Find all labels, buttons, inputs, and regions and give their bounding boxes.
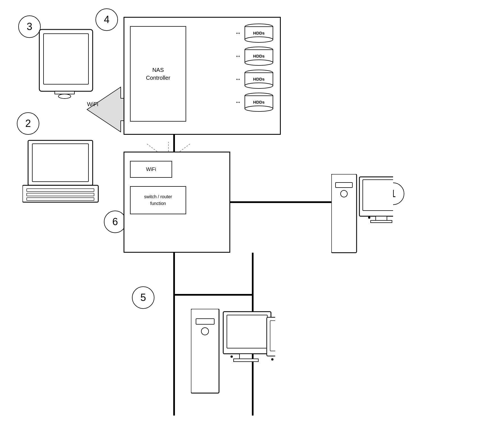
laptop-icon <box>22 138 107 208</box>
svg-text:HDDs: HDDs <box>253 31 265 35</box>
circle-label-4: 4 <box>95 8 118 31</box>
svg-text:HDDs: HDDs <box>253 77 265 81</box>
svg-rect-54 <box>234 359 258 362</box>
nas-controller-label: NAS Controller <box>146 66 170 82</box>
hdd-svg-1: HDDs <box>243 23 274 43</box>
svg-point-16 <box>245 60 273 65</box>
svg-rect-27 <box>44 34 88 84</box>
svg-rect-33 <box>27 189 94 191</box>
svg-point-20 <box>245 83 273 88</box>
svg-line-9 <box>180 143 191 152</box>
hdd-item-2: ↔ HDDs <box>235 46 274 66</box>
hdd-svg-3: HDDs <box>243 69 274 89</box>
switch-router-label: switch / routerfunction <box>144 193 172 207</box>
svg-point-38 <box>341 190 347 197</box>
svg-rect-48 <box>196 319 214 324</box>
svg-rect-40 <box>363 180 393 211</box>
svg-line-7 <box>146 143 157 152</box>
svg-point-52 <box>231 355 233 358</box>
svg-rect-56 <box>270 321 275 351</box>
svg-rect-31 <box>32 144 88 182</box>
hdd-cylinder-2: HDDs <box>243 46 274 66</box>
hdd-svg-4: HDDs <box>243 92 274 112</box>
svg-point-12 <box>245 37 273 42</box>
router-box: WiFi switch / routerfunction <box>124 152 230 253</box>
hdd-cylinder-1: HDDs <box>243 23 274 43</box>
hdd-item-4: ↔ HDDs <box>235 92 274 112</box>
hdd-arrow-4: ↔ <box>235 99 241 106</box>
hdd-arrow-3: ↔ <box>235 76 241 83</box>
svg-rect-53 <box>240 354 252 359</box>
hdd-group: ↔ HDDs ↔ <box>235 23 274 112</box>
svg-rect-37 <box>336 183 352 188</box>
tablet-icon <box>34 27 98 108</box>
hdd-arrow-1: ↔ <box>235 29 241 37</box>
diagram: 1 2 3 4 5 6 NAS Controller ↔ <box>0 0 504 422</box>
hdd-svg-2: HDDs <box>243 46 274 66</box>
svg-point-24 <box>245 106 273 111</box>
svg-point-49 <box>201 328 209 335</box>
hdd-item-3: ↔ HDDs <box>235 69 274 89</box>
svg-point-57 <box>271 358 273 361</box>
svg-rect-29 <box>55 91 74 94</box>
svg-text:HDDs: HDDs <box>253 100 265 104</box>
wifi-inner-box: WiFi <box>130 161 172 178</box>
circle-label-6: 6 <box>104 211 126 233</box>
hdd-item-1: ↔ HDDs <box>235 23 274 43</box>
wifi-label: WiFi <box>146 166 156 172</box>
hdd-cylinder-4: HDDs <box>243 92 274 112</box>
nas-box: NAS Controller ↔ HDDs ↔ <box>124 17 281 135</box>
circle-label-5: 5 <box>132 286 154 309</box>
svg-point-28 <box>58 94 71 99</box>
svg-rect-34 <box>27 193 94 196</box>
hdd-cylinder-3: HDDs <box>243 69 274 89</box>
desktop-pc-1 <box>331 174 393 281</box>
hdd-arrow-2: ↔ <box>235 53 241 60</box>
svg-rect-43 <box>371 220 392 223</box>
nas-controller-box: NAS Controller <box>130 26 186 122</box>
svg-text:HDDs: HDDs <box>253 54 265 58</box>
svg-rect-51 <box>227 315 267 348</box>
circle-label-2: 2 <box>17 112 39 135</box>
svg-point-41 <box>368 216 370 219</box>
svg-rect-35 <box>27 198 94 200</box>
svg-rect-42 <box>376 216 387 220</box>
desktop-pc-2 <box>191 309 275 421</box>
switch-router-box: switch / routerfunction <box>130 186 186 214</box>
